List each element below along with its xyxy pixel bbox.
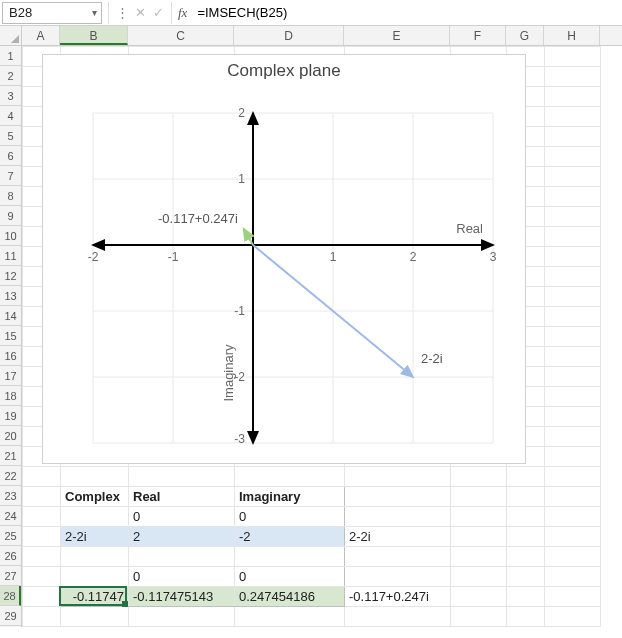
cell[interactable] — [451, 607, 507, 627]
cell[interactable]: 0.247454186 — [235, 587, 345, 607]
cell[interactable] — [345, 507, 451, 527]
col-header-E[interactable]: E — [344, 26, 450, 45]
cell[interactable] — [545, 247, 601, 267]
cell[interactable] — [545, 227, 601, 247]
cell[interactable] — [23, 587, 61, 607]
select-all-triangle[interactable] — [0, 26, 22, 45]
cell[interactable] — [545, 467, 601, 487]
cell[interactable] — [545, 267, 601, 287]
cancel-icon[interactable]: ✕ — [133, 5, 147, 20]
row-header[interactable]: 23 — [0, 486, 21, 506]
row-header[interactable]: 26 — [0, 546, 21, 566]
cell[interactable] — [345, 607, 451, 627]
row-header[interactable]: 14 — [0, 306, 21, 326]
cell[interactable] — [451, 587, 507, 607]
cell[interactable] — [545, 87, 601, 107]
cell[interactable] — [23, 487, 61, 507]
cell[interactable] — [545, 107, 601, 127]
cell[interactable]: 2-2i — [345, 527, 451, 547]
row-header[interactable]: 5 — [0, 126, 21, 146]
cell[interactable] — [129, 607, 235, 627]
cell[interactable] — [23, 507, 61, 527]
row-header[interactable]: 29 — [0, 606, 21, 626]
cell[interactable] — [507, 487, 545, 507]
cell[interactable]: 0 — [129, 507, 235, 527]
row-header[interactable]: 27 — [0, 566, 21, 586]
row-header[interactable]: 15 — [0, 326, 21, 346]
cell[interactable]: Real — [129, 487, 235, 507]
cell[interactable] — [545, 347, 601, 367]
cell[interactable] — [23, 607, 61, 627]
cell[interactable] — [507, 587, 545, 607]
row-header[interactable]: 6 — [0, 146, 21, 166]
cell[interactable] — [545, 527, 601, 547]
cell[interactable] — [235, 547, 345, 567]
col-header-C[interactable]: C — [128, 26, 234, 45]
cell[interactable]: -0.11747 — [61, 587, 129, 607]
cell[interactable] — [545, 447, 601, 467]
row-header[interactable]: 19 — [0, 406, 21, 426]
cell[interactable] — [451, 547, 507, 567]
cell[interactable] — [129, 467, 235, 487]
cell[interactable]: Imaginary — [235, 487, 345, 507]
row-header[interactable]: 25 — [0, 526, 21, 546]
row-header[interactable]: 17 — [0, 366, 21, 386]
cell[interactable] — [507, 607, 545, 627]
cell[interactable] — [61, 507, 129, 527]
cell[interactable] — [451, 507, 507, 527]
cell[interactable] — [545, 507, 601, 527]
col-header-G[interactable]: G — [506, 26, 544, 45]
row-header[interactable]: 9 — [0, 206, 21, 226]
cell[interactable] — [345, 547, 451, 567]
cell[interactable] — [545, 387, 601, 407]
col-header-D[interactable]: D — [234, 26, 344, 45]
cell[interactable] — [451, 467, 507, 487]
confirm-icon[interactable]: ✓ — [151, 5, 165, 20]
cell[interactable] — [545, 307, 601, 327]
cell[interactable] — [545, 487, 601, 507]
cell[interactable] — [235, 467, 345, 487]
cell[interactable] — [345, 467, 451, 487]
cell[interactable] — [507, 567, 545, 587]
cell[interactable] — [545, 327, 601, 347]
col-header-B[interactable]: B — [60, 26, 128, 45]
cell[interactable] — [451, 567, 507, 587]
cell[interactable]: 2 — [129, 527, 235, 547]
cell[interactable] — [345, 487, 451, 507]
row-header[interactable]: 16 — [0, 346, 21, 366]
row-header[interactable]: 3 — [0, 86, 21, 106]
cell[interactable] — [545, 207, 601, 227]
row-header[interactable]: 12 — [0, 266, 21, 286]
row-header[interactable]: 10 — [0, 226, 21, 246]
cell[interactable] — [545, 127, 601, 147]
cell[interactable] — [545, 587, 601, 607]
cell[interactable] — [545, 67, 601, 87]
cell[interactable] — [23, 567, 61, 587]
row-header[interactable]: 4 — [0, 106, 21, 126]
row-header[interactable]: 11 — [0, 246, 21, 266]
row-header[interactable]: 20 — [0, 426, 21, 446]
row-header[interactable]: 28 — [0, 586, 21, 606]
row-header[interactable]: 1 — [0, 46, 21, 66]
cell[interactable] — [235, 607, 345, 627]
cell[interactable] — [507, 527, 545, 547]
cell[interactable] — [545, 567, 601, 587]
cell[interactable] — [23, 467, 61, 487]
formula-input[interactable] — [193, 2, 622, 24]
row-header[interactable]: 8 — [0, 186, 21, 206]
cell[interactable] — [61, 567, 129, 587]
row-header[interactable]: 21 — [0, 446, 21, 466]
cell[interactable]: Complex — [61, 487, 129, 507]
row-header[interactable]: 18 — [0, 386, 21, 406]
cell[interactable]: 2-2i — [61, 527, 129, 547]
col-header-F[interactable]: F — [450, 26, 506, 45]
row-header[interactable]: 13 — [0, 286, 21, 306]
cells-area[interactable]: ComplexRealImaginary002-2i2-22-2i00-0.11… — [22, 46, 622, 627]
cell[interactable] — [545, 367, 601, 387]
cell[interactable] — [451, 527, 507, 547]
cell[interactable] — [451, 487, 507, 507]
cell[interactable]: -2 — [235, 527, 345, 547]
cell[interactable] — [129, 547, 235, 567]
cell[interactable] — [61, 547, 129, 567]
cell[interactable]: 0 — [235, 567, 345, 587]
